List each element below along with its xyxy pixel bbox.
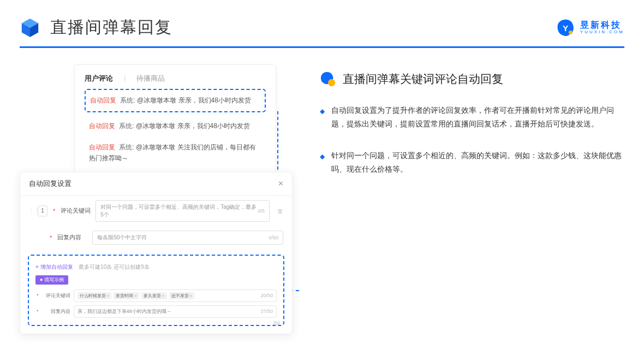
auto-reply-tag: 自动回复 <box>90 96 116 104</box>
svg-point-4 <box>569 31 573 34</box>
required-star: * <box>37 293 39 298</box>
ex-content-value: 亲，我们这边都是下单48小时内发货的哦～ <box>77 308 171 315</box>
required-star: * <box>53 208 55 214</box>
content-label: 回复内容 <box>57 233 88 242</box>
chat-bubble-icon <box>320 71 336 87</box>
comment-list: 自动回复 系统: @冰墩墩本墩 亲亲，我们48小时内发货 自动回复 系统: @冰… <box>75 89 276 177</box>
trash-icon[interactable]: 🗑 <box>277 208 283 214</box>
auto-reply-tag: 自动回复 <box>89 122 115 130</box>
main-content: 用户评论 | 待播商品 自动回复 系统: @冰墩墩本墩 亲亲，我们48小时内发货… <box>0 48 644 351</box>
auto-reply-tag: 自动回复 <box>89 143 115 151</box>
section-head: 直播间弹幕关键词评论自动回复 <box>320 71 624 87</box>
tag-chip[interactable]: 多久发货× <box>141 292 167 299</box>
page-title: 直播间弹幕回复 <box>50 16 172 39</box>
bullet-text: 针对同一个问题，可设置多个相近的、高频的关键词。例如：这款多少钱、这块能优惠吗、… <box>331 149 624 176</box>
header-left: 直播间弹幕回复 <box>20 16 172 39</box>
comment-text: @冰墩墩本墩 亲亲，我们48小时内发货 <box>136 122 250 130</box>
bullet-list: ◆ 自动回复设置为了提升作者的评论回复效率，作者可在开播前针对常见的评论用户问题… <box>320 104 624 176</box>
diamond-icon: ◆ <box>320 151 325 176</box>
section-title: 直播间弹幕关键词评论自动回复 <box>343 71 503 87</box>
ex-keyword-label: 评论关键词 <box>43 292 70 299</box>
left-column: 用户评论 | 待播商品 自动回复 系统: @冰墩墩本墩 亲亲，我们48小时内发货… <box>20 64 298 334</box>
svg-text:Y: Y <box>563 23 568 32</box>
tag-chip[interactable]: 什么时候发货× <box>77 292 112 299</box>
panel-title: 自动回复设置 <box>29 179 71 189</box>
page-header: 直播间弹幕回复 Y 昱新科技 YUUXIN.COM <box>0 0 644 39</box>
required-star: * <box>37 309 39 314</box>
ex-keyword-input[interactable]: 什么时候发货× 发货时间× 多久发货× 还不发货× 20/50 <box>74 289 277 302</box>
comment-text: @冰墩墩本墩 亲亲，我们48小时内发货 <box>137 96 251 104</box>
content-placeholder: 每条限50个中文字符 <box>97 234 147 242</box>
ex-content-label: 回复内容 <box>43 308 70 315</box>
example-keyword-row: * 评论关键词 什么时候发货× 发货时间× 多久发货× 还不发货× 20/50 <box>33 288 279 304</box>
content-input[interactable]: 每条限50个中文字符 0/50 <box>92 231 283 245</box>
svg-point-6 <box>328 79 335 86</box>
bullet-item: ◆ 针对同一个问题，可设置多个相近的、高频的关键词。例如：这款多少钱、这块能优惠… <box>320 149 624 176</box>
brand: Y 昱新科技 YUUXIN.COM <box>556 19 624 37</box>
brand-text: 昱新科技 YUUXIN.COM <box>580 20 624 34</box>
panel-header: 自动回复设置 × <box>20 172 292 196</box>
required-star: * <box>50 234 52 241</box>
comments-card: 用户评论 | 待播商品 自动回复 系统: @冰墩墩本墩 亲亲，我们48小时内发货… <box>74 64 276 177</box>
ex-content-input[interactable]: 亲，我们这边都是下单48小时内发货的哦～ 37/50 <box>74 305 277 318</box>
tag-chip[interactable]: 发货时间× <box>114 292 139 299</box>
add-note: 最多可建10条 还可以创建9条 <box>79 264 149 270</box>
keyword-placeholder: 对同一个问题，可设置多个相近、高频的关键词，Tag确定，最多5个 <box>100 203 258 219</box>
example-content-row: * 回复内容 亲，我们这边都是下单48小时内发货的哦～ 37/50 <box>33 304 279 319</box>
comment-item: 自动回复 系统: @冰墩墩本墩 关注我们的店铺，每日都有热门推荐呦～ <box>85 137 266 168</box>
system-tag: 系统: <box>120 96 135 104</box>
add-auto-reply-link[interactable]: + 增加自动回复 <box>35 264 73 270</box>
close-icon[interactable]: × <box>278 179 283 189</box>
brand-url: YUUXIN.COM <box>580 30 624 35</box>
content-row: * 回复内容 每条限50个中文字符 0/50 <box>20 226 292 249</box>
tab-pending-products[interactable]: 待播商品 <box>136 74 165 83</box>
drag-handle-icon[interactable]: ⋮⋮ <box>29 208 33 214</box>
bullet-text: 自动回复设置为了提升作者的评论回复效率，作者可在开播前针对常见的评论用户问题，提… <box>331 104 624 130</box>
tag-chip[interactable]: 还不发货× <box>169 292 195 299</box>
example-section: + 增加自动回复 最多可建10条 还可以创建9条 ● 填写示例 * 评论关键词 … <box>28 255 284 326</box>
content-count: 0/50 <box>269 235 278 240</box>
tab-separator: | <box>124 74 126 83</box>
brand-logo-icon: Y <box>556 19 575 37</box>
diamond-icon: ◆ <box>320 106 325 130</box>
right-column: 直播间弹幕关键词评论自动回复 ◆ 自动回复设置为了提升作者的评论回复效率，作者可… <box>320 64 624 334</box>
ex-keyword-count: 20/50 <box>260 293 273 298</box>
comment-item-highlighted: 自动回复 系统: @冰墩墩本墩 亲亲，我们48小时内发货 <box>85 89 266 112</box>
comment-item: 自动回复 系统: @冰墩墩本墩 亲亲，我们48小时内发货 <box>85 116 266 137</box>
example-badge: ● 填写示例 <box>35 275 68 285</box>
row-index: 1 <box>38 206 47 216</box>
system-tag: 系统: <box>119 122 134 130</box>
keyword-input[interactable]: 对同一个问题，可设置多个相近、高频的关键词，Tag确定，最多5个 0/5 <box>96 200 270 222</box>
keyword-row: ⋮⋮ 1 * 评论关键词 对同一个问题，可设置多个相近、高频的关键词，Tag确定… <box>20 196 292 226</box>
cube-icon <box>20 17 40 38</box>
auto-reply-settings-panel: 自动回复设置 × ⋮⋮ 1 * 评论关键词 对同一个问题，可设置多个相近、高频的… <box>20 172 293 334</box>
ex-content-count: 37/50 <box>260 309 273 314</box>
keyword-count: 0/5 <box>258 208 265 214</box>
brand-name: 昱新科技 <box>580 20 624 30</box>
bullet-item: ◆ 自动回复设置为了提升作者的评论回复效率，作者可在开播前针对常见的评论用户问题… <box>320 104 624 130</box>
tab-user-comments[interactable]: 用户评论 <box>85 74 113 83</box>
comments-tabs: 用户评论 | 待播商品 <box>75 65 276 89</box>
system-tag: 系统: <box>119 143 134 151</box>
keyword-label: 评论关键词 <box>61 207 91 215</box>
add-row: + 增加自动回复 最多可建10条 还可以创建9条 <box>33 261 279 271</box>
stray-count: /50 <box>273 321 280 326</box>
